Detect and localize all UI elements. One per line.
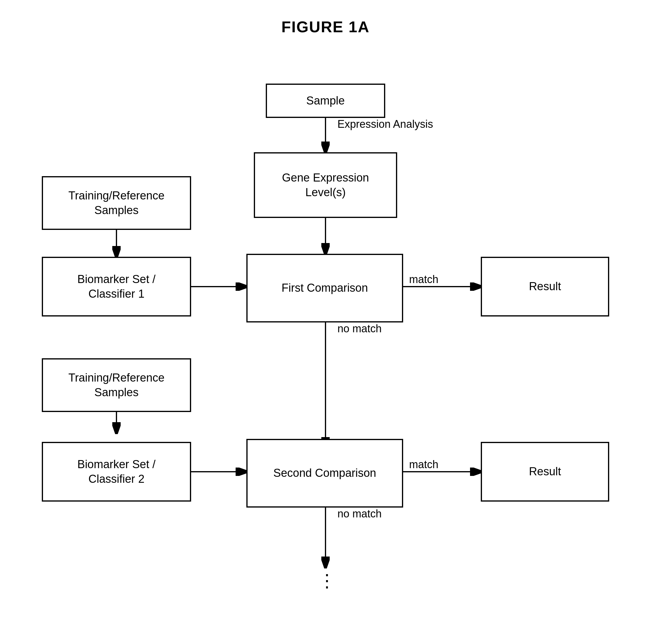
result1-box: Result (481, 257, 609, 317)
page-container: FIGURE 1A (0, 0, 651, 644)
diagram: Sample Expression Analysis Gene Expressi… (24, 60, 627, 626)
match2-label: match (409, 458, 438, 471)
biomarker1-box: Biomarker Set / Classifier 1 (42, 257, 191, 317)
second-comparison-box: Second Comparison (246, 439, 403, 508)
first-comparison-box: First Comparison (246, 254, 403, 322)
no-match1-label: no match (337, 322, 382, 335)
match1-label: match (409, 273, 438, 286)
training1-box: Training/Reference Samples (42, 176, 191, 230)
biomarker2-box: Biomarker Set / Classifier 2 (42, 442, 191, 502)
figure-title: FIGURE 1A (24, 18, 627, 36)
expression-analysis-label: Expression Analysis (337, 118, 433, 130)
training2-box: Training/Reference Samples (42, 358, 191, 412)
no-match2-label: no match (337, 508, 382, 520)
sample-box: Sample (266, 84, 385, 118)
result2-box: Result (481, 442, 609, 502)
gene-expression-box: Gene Expression Level(s) (254, 152, 397, 218)
ellipsis-label: ⋮ (318, 570, 337, 591)
arrows-svg (24, 60, 627, 626)
